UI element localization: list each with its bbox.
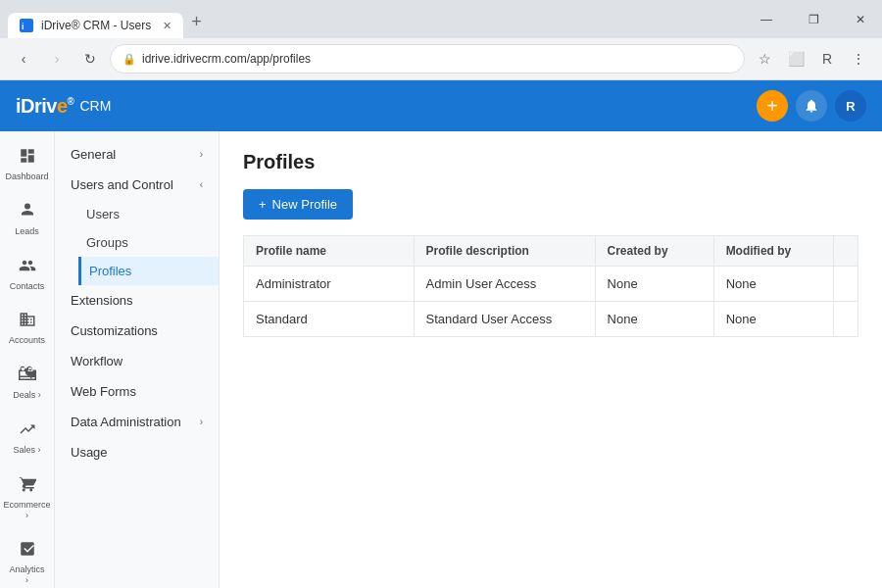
cell-actions xyxy=(834,267,858,302)
extensions-button[interactable]: ⬜ xyxy=(782,45,809,73)
sec-nav-general-label: General xyxy=(71,147,116,162)
sec-nav-users-and-control[interactable]: Users and Control ‹ xyxy=(55,170,219,200)
lock-icon: 🔒 xyxy=(122,53,136,66)
svg-text:i: i xyxy=(22,22,24,30)
sec-nav-usage[interactable]: Usage xyxy=(55,437,219,467)
sidebar-item-label-ecommerce: Ecommerce › xyxy=(4,500,51,521)
reload-button[interactable]: ↻ xyxy=(76,45,104,73)
secondary-nav: General › Users and Control ‹ Users Grou… xyxy=(55,131,220,588)
new-profile-plus-icon: + xyxy=(259,197,267,212)
sec-nav-profiles-label: Profiles xyxy=(89,264,131,278)
chevron-right-data-admin-icon: › xyxy=(200,416,203,427)
bookmark-button[interactable]: ☆ xyxy=(751,45,778,73)
sidebar-item-ecommerce[interactable]: Ecommerce › xyxy=(3,467,52,529)
chevron-right-icon: › xyxy=(200,149,203,160)
window-controls: — ❐ ✕ xyxy=(745,0,882,38)
page-title: Profiles xyxy=(243,151,858,173)
sec-nav-usage-label: Usage xyxy=(71,445,108,460)
sec-nav-extensions[interactable]: Extensions xyxy=(55,285,219,316)
maximize-button[interactable]: ❐ xyxy=(792,9,835,30)
left-nav: Dashboard Leads Contacts Accounts xyxy=(0,131,55,588)
sales-icon xyxy=(19,420,36,442)
sec-nav-sub-users-control: Users Groups Profiles xyxy=(55,200,219,285)
sidebar-item-sales[interactable]: Sales › xyxy=(3,413,52,464)
menu-button[interactable]: ⋮ xyxy=(845,45,872,73)
url-text: idrive.idrivecrm.com/app/profiles xyxy=(142,52,311,66)
app-header: iDrive® CRM + R xyxy=(0,80,882,131)
close-tab-button[interactable]: ✕ xyxy=(163,20,172,32)
leads-icon xyxy=(19,202,36,223)
sec-nav-extensions-label: Extensions xyxy=(71,293,133,308)
address-bar[interactable]: 🔒 idrive.idrivecrm.com/app/profiles xyxy=(110,44,745,74)
add-button[interactable]: + xyxy=(757,90,788,122)
page-content: Profiles + New Profile Profile name Prof… xyxy=(220,131,882,588)
browser-tab[interactable]: i iDrive® CRM - Users ✕ xyxy=(8,13,183,38)
sec-nav-web-forms[interactable]: Web Forms xyxy=(55,376,219,407)
sidebar-item-label-contacts: Contacts xyxy=(10,281,45,292)
analytics-icon xyxy=(19,540,36,562)
sidebar-item-label-deals: Deals › xyxy=(13,390,41,401)
cell-actions xyxy=(834,302,858,337)
forward-button[interactable]: › xyxy=(43,45,71,73)
close-button[interactable]: ✕ xyxy=(839,9,882,30)
back-button[interactable]: ‹ xyxy=(10,45,37,73)
tab-title: iDrive® CRM - Users xyxy=(41,19,151,32)
sec-nav-groups-label: Groups xyxy=(86,235,128,250)
sec-nav-workflow-label: Workflow xyxy=(71,354,122,368)
sec-nav-data-administration[interactable]: Data Administration › xyxy=(55,407,219,437)
contacts-icon xyxy=(19,257,36,278)
sec-nav-customizations[interactable]: Customizations xyxy=(55,316,219,346)
user-avatar-button[interactable]: R xyxy=(835,90,866,122)
sidebar-item-analytics[interactable]: Analytics › xyxy=(3,532,52,588)
table-row: Administrator Admin User Access None Non… xyxy=(244,267,858,302)
logo-text: iDrive® xyxy=(16,95,74,118)
sec-nav-users[interactable]: Users xyxy=(78,200,219,228)
sidebar-item-label-sales: Sales › xyxy=(13,445,40,456)
cell-modified-by: None xyxy=(713,302,833,337)
header-actions: + R xyxy=(757,90,866,122)
notifications-button[interactable] xyxy=(796,90,827,122)
new-profile-button[interactable]: + New Profile xyxy=(243,189,353,220)
profiles-table: Profile name Profile description Created… xyxy=(243,235,858,337)
cell-profile-name: Administrator xyxy=(244,267,415,302)
sidebar-item-label-analytics: Analytics › xyxy=(9,564,46,586)
deals-icon xyxy=(19,366,36,387)
ecommerce-icon xyxy=(19,475,36,497)
main-content: Dashboard Leads Contacts Accounts xyxy=(0,131,882,588)
new-profile-button-label: New Profile xyxy=(272,197,337,212)
cell-profile-description: Admin User Access xyxy=(414,267,595,302)
sec-nav-groups[interactable]: Groups xyxy=(78,228,219,257)
sidebar-item-leads[interactable]: Leads xyxy=(3,194,52,245)
sidebar-item-label-dashboard: Dashboard xyxy=(5,172,48,182)
sec-nav-customizations-label: Customizations xyxy=(71,323,158,338)
sec-nav-data-admin-label: Data Administration xyxy=(71,415,181,429)
logo-accent: e xyxy=(57,95,68,117)
sec-nav-general[interactable]: General › xyxy=(55,139,219,170)
profile-button[interactable]: R xyxy=(813,45,841,73)
cell-profile-name: Standard xyxy=(244,302,415,337)
accounts-icon xyxy=(19,311,36,332)
cell-created-by: None xyxy=(595,267,713,302)
cell-profile-description: Standard User Access xyxy=(414,302,595,337)
col-header-profile-desc: Profile description xyxy=(414,236,595,267)
chevron-down-icon: ‹ xyxy=(200,179,203,190)
cell-modified-by: None xyxy=(713,267,833,302)
dashboard-icon xyxy=(19,147,36,169)
minimize-button[interactable]: — xyxy=(745,9,788,30)
sec-nav-workflow[interactable]: Workflow xyxy=(55,346,219,376)
logo-crm: CRM xyxy=(79,98,111,114)
sec-nav-profiles[interactable]: Profiles xyxy=(78,257,219,285)
new-tab-button[interactable]: + xyxy=(183,6,210,38)
sec-nav-users-label: Users xyxy=(86,207,120,221)
cell-created-by: None xyxy=(595,302,713,337)
table-row: Standard Standard User Access None None xyxy=(244,302,858,337)
sidebar-item-dashboard[interactable]: Dashboard xyxy=(3,139,52,190)
sidebar-item-label-leads: Leads xyxy=(15,226,39,237)
col-header-created-by: Created by xyxy=(595,236,713,267)
tab-favicon: i xyxy=(20,19,33,32)
sidebar-item-contacts[interactable]: Contacts xyxy=(3,249,52,300)
col-header-profile-name: Profile name xyxy=(244,236,415,267)
sidebar-item-accounts[interactable]: Accounts xyxy=(3,303,52,354)
col-header-modified-by: Modified by xyxy=(713,236,833,267)
sidebar-item-deals[interactable]: Deals › xyxy=(3,358,52,409)
